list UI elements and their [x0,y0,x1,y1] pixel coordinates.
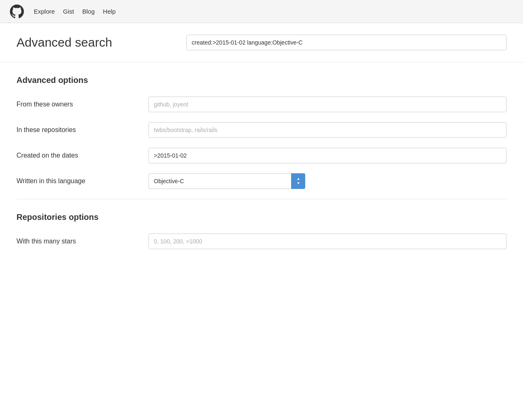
section-divider [16,199,507,199]
repositories-options-section: Repositories options With this many star… [16,212,507,249]
owners-input[interactable] [148,97,507,112]
site-header: Explore Gist Blog Help [0,0,523,23]
nav-blog[interactable]: Blog [82,8,95,15]
github-logo[interactable] [10,5,24,19]
stars-input[interactable] [148,234,507,249]
language-select[interactable]: Any languageABAPActionScriptAdaApexArdui… [148,173,305,189]
advanced-options-section: Advanced options From these owners In th… [16,76,507,189]
nav-help[interactable]: Help [103,8,116,15]
created-dates-input[interactable] [148,148,507,163]
language-group: Written in this language Any languageABA… [16,173,507,189]
language-label: Written in this language [16,177,148,185]
repositories-label: In these repositories [16,126,148,134]
created-dates-group: Created on the dates [16,148,507,163]
nav-gist[interactable]: Gist [63,8,74,15]
repositories-input[interactable] [148,122,507,138]
advanced-options-title: Advanced options [16,76,507,85]
page-header: Advanced search [0,23,523,62]
owners-group: From these owners [16,97,507,112]
page-title: Advanced search [16,35,112,50]
owners-label: From these owners [16,101,148,108]
main-search-input[interactable] [186,35,507,50]
stars-label: With this many stars [16,238,148,245]
created-dates-label: Created on the dates [16,152,148,159]
stars-group: With this many stars [16,234,507,249]
main-nav: Explore Gist Blog Help [34,8,115,15]
nav-explore[interactable]: Explore [34,8,55,15]
repositories-group: In these repositories [16,122,507,138]
main-content: Advanced options From these owners In th… [0,62,523,272]
language-select-wrapper: Any languageABAPActionScriptAdaApexArdui… [148,173,305,189]
repositories-options-title: Repositories options [16,212,507,222]
